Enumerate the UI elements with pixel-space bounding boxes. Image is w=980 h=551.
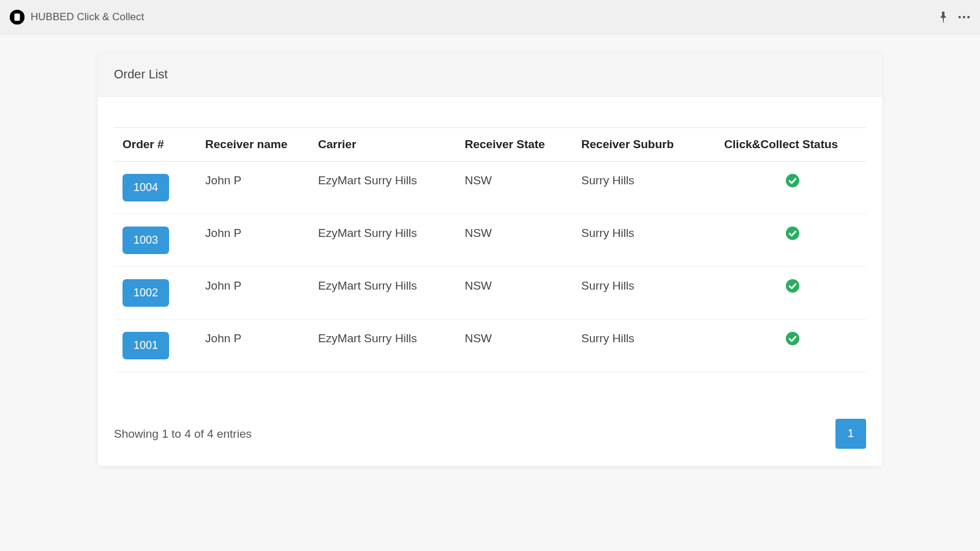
check-circle-icon (786, 332, 799, 345)
col-order[interactable]: Order # (114, 128, 197, 162)
cell-order: 1002 (114, 267, 197, 320)
cell-status (715, 214, 866, 267)
cell-carrier: EzyMart Surry Hills (309, 162, 456, 214)
svg-point-10 (786, 332, 799, 345)
cell-carrier: EzyMart Surry Hills (309, 267, 456, 320)
cell-status (715, 320, 866, 372)
card-body: Order # Receiver name Carrier Receiver S… (98, 97, 882, 389)
card-footer: Showing 1 to 4 of 4 entries 1 (98, 389, 882, 466)
cell-order: 1003 (114, 214, 197, 267)
svg-point-3 (17, 16, 18, 18)
cell-receiver-name: John P (197, 320, 309, 372)
cell-receiver-name: John P (197, 214, 309, 267)
cell-order: 1004 (114, 162, 197, 214)
cell-receiver-suburb: Surry Hills (573, 320, 715, 372)
more-icon[interactable] (958, 11, 970, 23)
check-circle-icon (786, 227, 799, 240)
table-row: 1004John PEzyMart Surry HillsNSWSurry Hi… (114, 162, 866, 214)
cell-order: 1001 (114, 320, 197, 372)
cell-receiver-name: John P (197, 267, 309, 320)
cell-receiver-state: NSW (456, 162, 573, 214)
order-button[interactable]: 1003 (123, 227, 169, 254)
app-title: HUBBED Click & Collect (31, 11, 144, 23)
app-logo-icon (10, 10, 24, 24)
cell-receiver-state: NSW (456, 267, 573, 320)
cell-carrier: EzyMart Surry Hills (309, 214, 456, 267)
col-receiver-state[interactable]: Receiver State (456, 128, 573, 162)
cell-receiver-state: NSW (456, 320, 573, 372)
svg-point-4 (959, 15, 961, 18)
pin-icon[interactable] (937, 11, 949, 23)
svg-point-7 (786, 174, 799, 187)
pagination: 1 (835, 419, 866, 449)
svg-rect-1 (15, 13, 17, 21)
header-left: HUBBED Click & Collect (10, 10, 144, 24)
cell-receiver-suburb: Surry Hills (573, 162, 715, 214)
col-status[interactable]: Click&Collect Status (715, 128, 866, 162)
page-container: Order List Order # Receiver name Carrier (0, 34, 980, 466)
card-title: Order List (98, 53, 882, 97)
cell-receiver-suburb: Surry Hills (573, 214, 715, 267)
col-receiver-name[interactable]: Receiver name (197, 128, 309, 162)
svg-point-8 (786, 227, 799, 240)
svg-point-6 (967, 15, 970, 18)
order-button[interactable]: 1004 (123, 174, 169, 201)
table-row: 1003John PEzyMart Surry HillsNSWSurry Hi… (114, 214, 866, 267)
table-row: 1001John PEzyMart Surry HillsNSWSurry Hi… (114, 320, 866, 372)
col-receiver-suburb[interactable]: Receiver Suburb (573, 128, 715, 162)
check-circle-icon (786, 279, 799, 293)
order-list-card: Order List Order # Receiver name Carrier (98, 53, 882, 466)
cell-carrier: EzyMart Surry Hills (309, 320, 456, 372)
check-circle-icon (786, 174, 799, 187)
table-header-row: Order # Receiver name Carrier Receiver S… (114, 128, 866, 162)
cell-receiver-suburb: Surry Hills (573, 267, 715, 320)
cell-receiver-name: John P (197, 162, 309, 214)
page-button[interactable]: 1 (835, 419, 866, 449)
cell-status (715, 267, 866, 320)
orders-table: Order # Receiver name Carrier Receiver S… (114, 127, 866, 372)
svg-point-9 (786, 279, 799, 293)
svg-point-0 (10, 10, 24, 24)
svg-point-5 (963, 15, 965, 18)
cell-status (715, 162, 866, 214)
col-carrier[interactable]: Carrier (309, 128, 456, 162)
table-row: 1002John PEzyMart Surry HillsNSWSurry Hi… (114, 267, 866, 320)
cell-receiver-state: NSW (456, 214, 573, 267)
app-header: HUBBED Click & Collect (0, 0, 980, 34)
header-right (937, 11, 970, 23)
order-button[interactable]: 1002 (123, 279, 169, 307)
pagination-summary: Showing 1 to 4 of 4 entries (114, 427, 252, 441)
svg-rect-2 (18, 13, 20, 21)
order-button[interactable]: 1001 (123, 332, 169, 359)
table-body: 1004John PEzyMart Surry HillsNSWSurry Hi… (114, 162, 866, 372)
